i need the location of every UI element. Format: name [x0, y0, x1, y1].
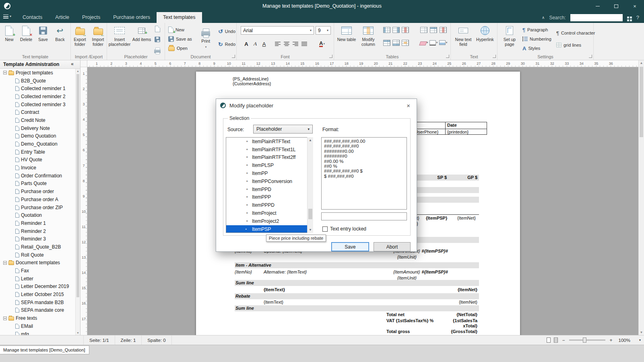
tree-item[interactable]: Document templates	[0, 259, 75, 267]
tree-item[interactable]: Delivery Note	[0, 124, 75, 132]
control-character-button[interactable]: ¶ Control character	[556, 29, 595, 37]
close-button[interactable]: ×	[625, 0, 644, 12]
tree-item[interactable]: Demo_Quotation	[0, 140, 75, 148]
placeholder-list-item[interactable]: ItemPP	[226, 169, 313, 177]
search-input[interactable]	[570, 14, 623, 21]
format-list-item[interactable]: ##0 %	[324, 164, 404, 169]
scroll-up-icon[interactable]: ▲	[639, 61, 644, 65]
menu-tab[interactable]: Article	[49, 12, 76, 23]
delete-table-button[interactable]	[439, 25, 448, 34]
undo-button[interactable]: ↺ Undo	[218, 28, 235, 35]
scrollbar-thumb[interactable]	[308, 209, 312, 219]
tree-item[interactable]: Reminder 1	[0, 219, 75, 227]
tree-item[interactable]: Letter December 2019	[0, 283, 75, 291]
print-button[interactable]: Print ▾	[196, 26, 215, 49]
tree-item[interactable]: Quotation	[0, 211, 75, 219]
format-list-item[interactable]: ###,###,###,##0	[324, 144, 404, 148]
tree-item[interactable]: mfg	[0, 330, 75, 335]
tree-item[interactable]: Free texts	[0, 314, 75, 322]
tree-item[interactable]: Invoice	[0, 164, 75, 172]
format-list-item[interactable]: ###,###,###,##0.00	[324, 139, 404, 144]
document-scrollbar[interactable]: ▲ ▼	[638, 60, 644, 335]
tree-item[interactable]: Roll Quote	[0, 251, 75, 259]
tree-item[interactable]: HV Quote	[0, 156, 75, 164]
print-small-button[interactable]	[153, 45, 162, 54]
scroll-down-icon[interactable]: ▼	[639, 331, 644, 334]
tree-item[interactable]: SEPA mandate core	[0, 306, 75, 315]
zoom-in-button[interactable]: +	[609, 337, 613, 343]
tree-item[interactable]: Letter October 2015	[0, 290, 75, 298]
redo-button[interactable]: ↻ Redo	[218, 41, 235, 48]
placeholder-list-item[interactable]: ItemPSP	[226, 225, 313, 233]
tree-item[interactable]: Fax	[0, 267, 75, 275]
tree-item[interactable]: Contract	[0, 108, 75, 116]
merge-cells-button[interactable]	[401, 38, 410, 47]
placeholder-list-item[interactable]: ItemPPD	[226, 185, 313, 193]
placeholder-list-item[interactable]: ItemPPConversion	[226, 177, 313, 185]
set-up-page-button[interactable]: Set up page	[500, 25, 519, 47]
chevron-down-icon[interactable]: ▾	[639, 338, 641, 342]
grid-lines-button[interactable]: grid lines	[556, 41, 581, 49]
align-justify-button[interactable]	[300, 40, 308, 48]
tree-item[interactable]: Letter	[0, 275, 75, 283]
import-folder-button[interactable]: ← Import folder	[89, 25, 107, 47]
format-entry-input[interactable]	[321, 212, 407, 220]
font-family-select[interactable]: Arial▾	[241, 26, 314, 35]
back-button[interactable]: ↩ Back	[52, 25, 68, 42]
tree-item[interactable]: B2B_Quote	[0, 77, 75, 85]
minimize-button[interactable]	[588, 0, 607, 12]
insert-placeholder-button[interactable]: Insert placeholder	[108, 25, 131, 47]
insert-row-below-button[interactable]	[392, 38, 400, 47]
new-template-button[interactable]: + New	[1, 25, 18, 42]
insert-column-right-button[interactable]	[392, 25, 400, 34]
format-list-item[interactable]: ##0.00 %	[324, 159, 404, 164]
underline-button[interactable]: A	[260, 40, 268, 48]
placeholder-list-item[interactable]: ItemPlainRTFText	[226, 138, 313, 146]
sidebar-scrollbar[interactable]: ▲ ▼	[75, 69, 80, 335]
hyperlink-button[interactable]: Hyperlink	[475, 25, 495, 42]
save-template-button[interactable]: Save	[35, 25, 52, 42]
font-size-select[interactable]: 9▾	[316, 26, 331, 35]
tree-item[interactable]: Entry Table	[0, 148, 75, 156]
new-table-button[interactable]: New table	[336, 25, 357, 42]
format-list-item[interactable]: $ ###,###,##0	[324, 174, 404, 179]
document-save-as-button[interactable]: Save as	[168, 35, 192, 43]
advanced-search-icon[interactable]	[627, 16, 629, 19]
delete-template-button[interactable]: × Delete	[18, 25, 35, 42]
placeholder-list-item[interactable]: ItemPlainRTFText1L	[226, 146, 313, 154]
bold-button[interactable]: A	[242, 40, 250, 48]
tree-item[interactable]: Collected reminder 1	[0, 84, 75, 93]
menu-tab[interactable]: Purchase orders	[107, 12, 157, 23]
maximize-button[interactable]	[607, 0, 625, 12]
insert-row-above-button[interactable]	[382, 38, 391, 47]
fit-width-icon[interactable]	[554, 337, 558, 343]
insert-column-left-button[interactable]	[382, 25, 391, 34]
split-table-button[interactable]	[429, 25, 438, 34]
delete-column-button[interactable]	[401, 25, 410, 34]
placeholder-list-item[interactable]: ItemPPPD	[226, 201, 313, 209]
tree-item[interactable]: Reminder 2	[0, 227, 75, 235]
document-open-button[interactable]: Open	[168, 45, 188, 52]
tree-expander-icon[interactable]	[3, 261, 7, 265]
text-entry-locked-checkbox[interactable]: Text entry locked	[322, 226, 366, 232]
source-select[interactable]: Placeholder ▾	[253, 125, 313, 134]
font-color-button[interactable]: A ▾	[316, 40, 328, 48]
fit-page-icon[interactable]	[547, 337, 551, 343]
styles-button[interactable]: A Styles	[522, 45, 540, 52]
placeholder-list-scrollbar[interactable]: ▲ ▼	[307, 137, 313, 233]
modify-column-button[interactable]: Modify column	[357, 25, 379, 47]
scrollbar-thumb[interactable]	[76, 74, 79, 297]
numbering-button[interactable]: Numbering	[522, 35, 551, 43]
page-tool-button[interactable]	[153, 25, 162, 33]
borders-button[interactable]: ▾	[429, 38, 438, 47]
split-cells-button[interactable]	[419, 25, 428, 34]
format-list-item[interactable]: ########0	[324, 154, 404, 158]
tree-expander-icon[interactable]	[3, 71, 7, 74]
placeholder-list-item[interactable]: ItemPlainRTFText2ff	[226, 154, 313, 162]
placeholder-list-item[interactable]: ItemPLSP	[226, 161, 313, 169]
document-tab[interactable]: Manage text templates [Demo_Quotation]	[0, 346, 89, 354]
zoom-slider[interactable]	[569, 339, 605, 341]
tree-item[interactable]: Collected reminder 3	[0, 101, 75, 109]
save-small-button[interactable]	[153, 35, 162, 44]
format-list-item[interactable]: ########0.00	[324, 149, 404, 154]
